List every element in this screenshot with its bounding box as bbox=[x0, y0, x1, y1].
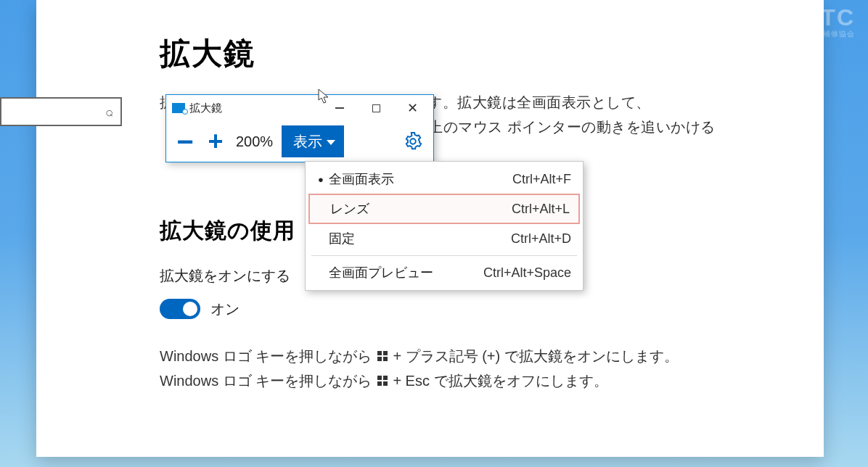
menu-shortcut: Ctrl+Alt+F bbox=[512, 172, 571, 187]
toggle-state: オン bbox=[210, 299, 239, 319]
menu-shortcut: Ctrl+Alt+L bbox=[512, 202, 570, 217]
menu-item-fullscreen[interactable]: ● 全画面表示 Ctrl+Alt+F bbox=[306, 165, 583, 194]
menu-separator bbox=[311, 255, 577, 256]
maximize-button[interactable] bbox=[358, 95, 394, 121]
menu-label: 全画面プレビュー bbox=[329, 264, 433, 281]
gear-icon bbox=[404, 132, 422, 151]
view-dropdown-button[interactable]: 表示 bbox=[282, 125, 344, 157]
zoom-level: 200% bbox=[236, 133, 273, 150]
magnifier-app-window[interactable]: 拡大鏡 ✕ − + 200% 表示 bbox=[165, 94, 434, 162]
minimize-button[interactable] bbox=[322, 95, 358, 121]
windows-logo-icon bbox=[377, 376, 388, 386]
menu-item-docked[interactable]: 固定 Ctrl+Alt+D bbox=[306, 224, 583, 253]
settings-gear-button[interactable] bbox=[397, 125, 429, 157]
magnifier-toggle[interactable] bbox=[160, 299, 200, 319]
menu-label: 全画面表示 bbox=[329, 170, 394, 188]
magnifier-app-icon bbox=[172, 103, 185, 113]
minimize-icon bbox=[335, 107, 344, 109]
windows-logo-icon bbox=[377, 351, 388, 361]
zoom-out-button[interactable]: − bbox=[171, 127, 200, 156]
menu-shortcut: Ctrl+Alt+D bbox=[511, 231, 571, 247]
maximize-icon bbox=[372, 104, 380, 112]
info-2a: Windows ロゴ キーを押しながら bbox=[160, 373, 376, 389]
chevron-down-icon bbox=[327, 140, 335, 145]
menu-item-lens[interactable]: レンズ Ctrl+Alt+L bbox=[308, 194, 580, 224]
magnifier-titlebar[interactable]: 拡大鏡 ✕ bbox=[166, 95, 433, 121]
search-box[interactable]: ⌕ bbox=[0, 97, 122, 126]
magnifier-toolbar: − + 200% 表示 bbox=[166, 121, 433, 162]
menu-label: 固定 bbox=[329, 230, 355, 247]
menu-shortcut: Ctrl+Alt+Space bbox=[483, 265, 571, 281]
toggle-row: オン bbox=[160, 299, 802, 319]
info-2b: + Esc で拡大鏡をオフにします。 bbox=[393, 373, 607, 389]
menu-item-preview[interactable]: 全画面プレビュー Ctrl+Alt+Space bbox=[306, 258, 583, 287]
view-menu: ● 全画面表示 Ctrl+Alt+F レンズ Ctrl+Alt+L 固定 Ctr… bbox=[305, 161, 584, 291]
info-line-2: Windows ロゴ キーを押しながら + Esc で拡大鏡をオフにします。 bbox=[160, 368, 802, 393]
page-title: 拡大鏡 bbox=[160, 33, 802, 74]
zoom-in-button[interactable]: + bbox=[201, 127, 230, 156]
close-button[interactable]: ✕ bbox=[394, 95, 430, 121]
magnifier-title: 拡大鏡 bbox=[189, 102, 222, 115]
view-button-label: 表示 bbox=[293, 132, 322, 152]
info-1b: + プラス記号 (+) で拡大鏡をオンにします。 bbox=[393, 348, 678, 364]
close-icon: ✕ bbox=[407, 102, 418, 115]
toggle-knob bbox=[183, 302, 197, 316]
info-1a: Windows ロゴ キーを押しながら bbox=[160, 348, 376, 364]
selected-dot-icon: ● bbox=[313, 174, 329, 185]
menu-label: レンズ bbox=[330, 200, 369, 218]
info-line-1: Windows ロゴ キーを押しながら + プラス記号 (+) で拡大鏡をオンに… bbox=[160, 344, 802, 368]
search-icon: ⌕ bbox=[105, 104, 113, 120]
